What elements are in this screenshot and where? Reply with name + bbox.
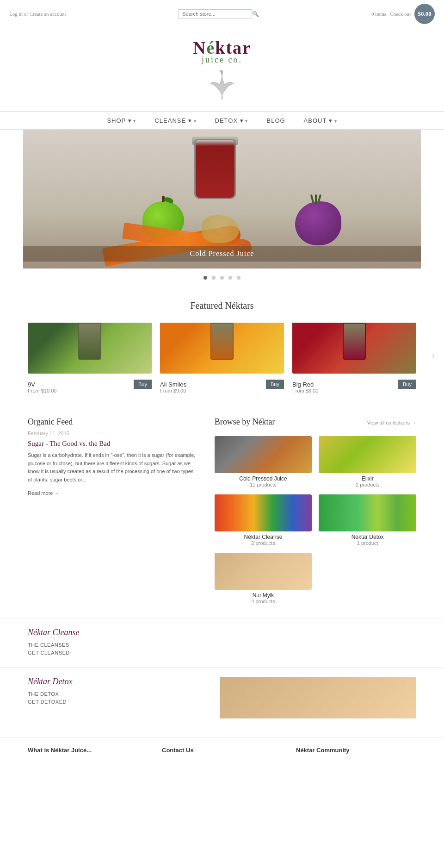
search-area[interactable]: 🔍 [178, 9, 259, 19]
product-buy-btn-9v[interactable]: Buy [134, 380, 152, 389]
product-img-allsmiles-visual [160, 323, 284, 374]
browse-item-name-detox: Néktar Detox [319, 534, 416, 540]
detox-content: Néktar Detox THE DETOX GET DETOXED [28, 677, 192, 718]
slider-dot-4[interactable] [228, 276, 232, 280]
nav-item-blog[interactable]: BLOG [266, 116, 285, 125]
cart-total: $0.00 [418, 10, 431, 18]
product-image-allsmiles[interactable] [160, 318, 284, 374]
main-nav: SHOP ▾ CLEANSE ▾ DETOX ▾ BLOG ABOUT ▾ [0, 111, 444, 130]
featured-title: Featured Néktars [0, 291, 444, 318]
detox-image-area [220, 677, 416, 718]
browse-item-cpj[interactable]: Cold Pressed Juice 11 products [215, 436, 312, 487]
cleanse-link-cleanses[interactable]: THE CLEANSES [28, 642, 192, 648]
slider-dot-5[interactable] [237, 276, 240, 280]
detox-link-getdetoxed[interactable]: GET DETOXED [28, 699, 192, 705]
hero-image-container: Cold Pressed Juice [23, 130, 421, 269]
products-inner: 9V From $10.00 Buy All Smiles From $9.00… [28, 318, 416, 393]
detox-image [220, 677, 416, 718]
checkout-link[interactable]: Check out [390, 11, 411, 17]
read-more-link[interactable]: Read more → [28, 490, 59, 496]
cart-area[interactable]: 0 items Check out $0.00 [371, 4, 435, 24]
cart-items-count: 0 items [371, 11, 386, 17]
nav-link-blog[interactable]: BLOG [266, 117, 285, 124]
nav-link-shop[interactable]: SHOP ▾ [107, 117, 136, 124]
login-area[interactable]: Log in or Create an account [9, 11, 66, 17]
browse-item-nutmylk[interactable]: Nut Mylk 4 products [215, 553, 312, 604]
product-image-9v[interactable] [28, 318, 152, 374]
footer-col-1: What is Néktar Juice... [28, 747, 148, 754]
slider-dot-1[interactable] [204, 276, 207, 280]
products-row: 9V From $10.00 Buy All Smiles From $9.00… [0, 318, 444, 393]
browse-item-name-nutmylk: Nut Mylk [215, 592, 312, 599]
view-all-link[interactable]: View all collections → [367, 420, 416, 425]
product-price-bigred: From $8.00 [292, 388, 318, 393]
organic-feed-text: Sugar is a carbohydrate. If it ends in "… [28, 451, 196, 484]
detox-link-thedetox[interactable]: THE DETOX [28, 691, 192, 697]
browse-img-detox [319, 494, 416, 531]
product-image-bigred[interactable] [292, 318, 416, 374]
slider-dot-3[interactable] [220, 276, 224, 280]
cleanse-link-getcleansed[interactable]: GET CLEANSED [28, 650, 192, 656]
cart-total-bubble[interactable]: $0.00 [414, 4, 435, 24]
browse-item-name-cpj: Cold Pressed Juice [215, 475, 312, 482]
browse-img-detox-visual [319, 494, 416, 531]
browse-item-name-elixir: Elixir [319, 475, 416, 482]
product-name-9v: 9V [28, 381, 56, 388]
carousel-next-arrow[interactable]: › [432, 350, 435, 362]
product-name-bigred: Big Red [292, 381, 318, 388]
hero-caption: Cold Pressed Juice [23, 246, 421, 262]
two-col-section: Organic Feed February 11, 2015 Sugar - T… [0, 403, 444, 618]
browse-img-cleanse [215, 494, 312, 531]
browse-img-cpj-visual [215, 436, 312, 473]
browse-img-nutmylk [215, 553, 312, 590]
browse-img-elixir [319, 436, 416, 473]
nav-link-detox[interactable]: DETOX ▾ [215, 117, 248, 124]
browse-title: Browse by Néktar [215, 417, 275, 427]
browse-item-count-nutmylk: 4 products [215, 599, 312, 604]
organic-feed-column: Organic Feed February 11, 2015 Sugar - T… [28, 417, 196, 604]
search-icon[interactable]: 🔍 [252, 11, 259, 17]
hero-ginger [202, 215, 239, 243]
product-allsmiles: All Smiles From $9.00 Buy [160, 318, 284, 393]
cleanse-section: Néktar Cleanse THE CLEANSES GET CLEANSED [0, 618, 444, 667]
organic-feed-date: February 11, 2015 [28, 431, 196, 436]
nav-item-cleanse[interactable]: CLEANSE ▾ [154, 116, 196, 125]
organic-feed-article-title[interactable]: Sugar - The Good vs. the Bad [28, 440, 196, 448]
footer-teaser: What is Néktar Juice... Contact Us Nékta… [0, 737, 444, 763]
product-name-allsmiles: All Smiles [160, 381, 186, 388]
nav-link-about[interactable]: ABOUT ▾ [304, 117, 337, 124]
cleanse-images [220, 628, 416, 658]
product-price-allsmiles: From $9.00 [160, 388, 186, 393]
browse-item-count-elixir: 2 products [319, 482, 416, 487]
footer-col-3: Néktar Community [296, 747, 416, 754]
login-link[interactable]: Log in or Create an account [9, 11, 66, 17]
cleanse-content: Néktar Cleanse THE CLEANSES GET CLEANSED [28, 628, 192, 658]
detox-title: Néktar Detox [28, 677, 192, 687]
nav-item-shop[interactable]: SHOP ▾ [107, 116, 136, 125]
browse-item-cleanse[interactable]: Néktar Cleanse 2 products [215, 494, 312, 546]
browse-item-elixir[interactable]: Elixir 2 products [319, 436, 416, 487]
footer-col-title-2: Contact Us [162, 747, 282, 754]
logo-bird-icon [204, 67, 240, 104]
nav-link-cleanse[interactable]: CLEANSE ▾ [154, 117, 196, 124]
top-bar: Log in or Create an account 🔍 0 items Ch… [0, 0, 444, 28]
product-9v: 9V From $10.00 Buy [28, 318, 152, 393]
footer-col-title-1: What is Néktar Juice... [28, 747, 148, 754]
browse-img-nutmylk-visual [215, 553, 312, 590]
search-input[interactable] [178, 9, 252, 19]
browse-item-detox[interactable]: Néktar Detox 1 product [319, 494, 416, 546]
browse-img-cleanse-visual [215, 494, 312, 531]
browse-img-elixir-visual [319, 436, 416, 473]
logo-subtitle: juice co. [0, 55, 444, 65]
hero-slider: Cold Pressed Juice [0, 130, 444, 286]
browse-item-name-cleanse: Néktar Cleanse [215, 534, 312, 540]
product-buy-btn-allsmiles[interactable]: Buy [266, 380, 284, 389]
footer-col-title-3: Néktar Community [296, 747, 416, 754]
nav-item-about[interactable]: ABOUT ▾ [304, 116, 337, 125]
product-price-9v: From $10.00 [28, 388, 56, 393]
nav-item-detox[interactable]: DETOX ▾ [215, 116, 248, 125]
browse-column: Browse by Néktar View all collections → … [215, 417, 416, 604]
slider-dot-2[interactable] [212, 276, 216, 280]
organic-feed-title: Organic Feed [28, 417, 196, 427]
product-buy-btn-bigred[interactable]: Buy [398, 380, 416, 389]
